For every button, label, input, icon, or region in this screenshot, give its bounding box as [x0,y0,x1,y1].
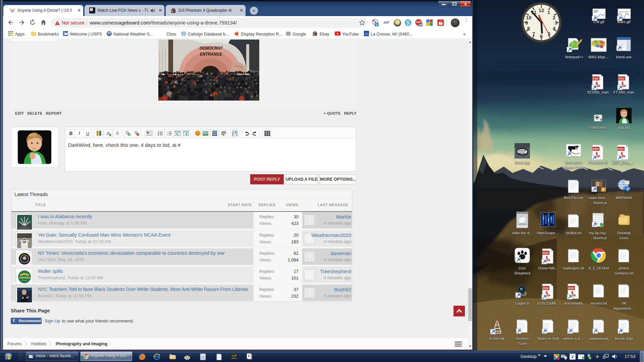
svg-text:20: 20 [419,23,422,26]
svg-text:TORPEDO: TORPEDO [19,277,31,279]
svg-text:ENTRANCE: ENTRANCE [200,52,223,57]
svg-text:5: 5 [548,31,550,37]
svg-text:10: 10 [526,15,532,20]
svg-text:MIKE: MIKE [520,225,525,227]
svg-text:6: 6 [540,33,543,39]
svg-text:7: 7 [532,31,535,37]
svg-text:12: 12 [539,7,544,13]
svg-text:Channel: Channel [365,34,369,36]
svg-text:ABP: ABP [416,20,421,23]
svg-text:9: 9 [525,20,528,25]
svg-text:3: 3 [555,20,557,25]
svg-text:2: 2 [167,134,168,136]
svg-text:1: 1 [167,131,168,133]
svg-text:8: 8 [527,25,530,31]
svg-text:4: 4 [553,25,556,31]
svg-text:1: 1 [547,9,550,15]
svg-text:1: 1 [376,23,377,26]
svg-text:EXTRA IPA: EXTRA IPA [21,280,28,281]
svg-text:DEMOCRAT: DEMOCRAT [200,46,223,51]
